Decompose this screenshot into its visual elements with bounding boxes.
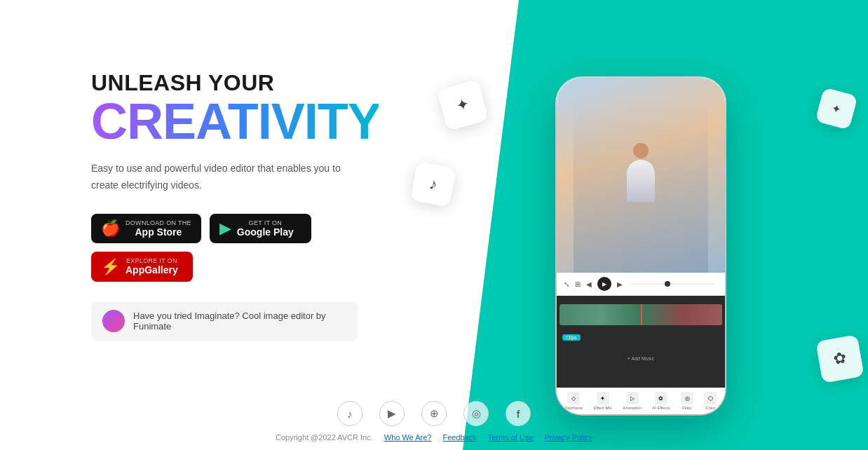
person-head <box>633 143 649 158</box>
phone-mockup: ⊞ ⤡ ⊞ <box>557 78 725 414</box>
video-preview <box>557 78 725 273</box>
video-person <box>574 97 708 273</box>
youtube-icon[interactable]: ▶ <box>379 401 405 426</box>
grid-icon[interactable]: ⊞ <box>575 280 581 288</box>
description: Easy to use and powerful video editor th… <box>91 161 358 194</box>
add-music-label: + Add Music <box>628 356 654 361</box>
headline-line1: UNLEASH YOUR <box>91 70 379 96</box>
person-silhouette <box>620 143 662 227</box>
imaginate-icon <box>102 310 125 332</box>
playback-controls: ⤡ ⊞ ◀ ▶ ▶ <box>557 273 725 296</box>
imaginate-banner[interactable]: Have you tried Imaginate? Cool image edi… <box>91 301 358 341</box>
google-play-button[interactable]: ▶ GET IT ON Google Play <box>210 214 311 244</box>
terms-link[interactable]: Terms of Use <box>488 433 534 442</box>
floating-icon-brush: ✿ <box>815 334 864 383</box>
huawei-icon: ⚡ <box>101 259 120 275</box>
app-gallery-main-text: AppGallery <box>126 264 178 276</box>
floating-icon-sticker: ✦ <box>437 79 488 130</box>
apple-icon: 🍎 <box>101 221 120 236</box>
headline-line2: CREATIVITY <box>91 96 379 146</box>
discord-icon[interactable]: ⊕ <box>421 401 447 426</box>
left-panel: UNLEASH YOUR CREATIVITY Easy to use and … <box>0 56 414 450</box>
tiktok-icon[interactable]: ♪ <box>337 401 362 426</box>
person-body <box>627 160 655 202</box>
app-gallery-small-text: EXPLORE IT ON <box>126 257 178 264</box>
instagram-icon[interactable]: ◎ <box>463 401 489 426</box>
app-store-button[interactable]: 🍎 Download on the App Store <box>91 214 201 244</box>
copyright-text: Copyright @2022 AVCR Inc. <box>276 433 373 442</box>
footer-links: Copyright @2022 AVCR Inc. Who We Are? Fe… <box>276 433 592 442</box>
phone-screen: ⤡ ⊞ ◀ ▶ ▶ Clips <box>557 78 725 414</box>
app-gallery-button[interactable]: ⚡ EXPLORE IT ON AppGallery <box>91 252 193 282</box>
who-we-are-link[interactable]: Who We Are? <box>384 433 432 442</box>
facebook-icon[interactable]: f <box>506 401 531 426</box>
timeline-area: Clips + Add Music <box>557 296 725 388</box>
floating-icon-wand: ✦ <box>815 87 857 130</box>
next-icon[interactable]: ▶ <box>617 280 623 288</box>
app-store-main-text: App Store <box>126 226 191 238</box>
privacy-link[interactable]: Privacy Policy <box>545 433 592 442</box>
right-panel: ✦ ♪ ✦ ✿ ⊞ <box>414 56 868 450</box>
feedback-link[interactable]: Feedback <box>442 433 476 442</box>
timeline-cursor[interactable] <box>641 304 642 325</box>
google-play-small-text: GET IT ON <box>237 219 294 226</box>
play-button[interactable]: ▶ <box>597 277 611 291</box>
google-play-main-text: Google Play <box>237 226 294 238</box>
clips-badge: Clips <box>562 334 581 341</box>
play-icon: ▶ <box>219 221 231 236</box>
expand-icon[interactable]: ⤡ <box>564 280 569 288</box>
store-buttons: 🍎 Download on the App Store ▶ GET IT ON … <box>91 214 379 282</box>
prev-icon[interactable]: ◀ <box>586 280 592 288</box>
app-store-small-text: Download on the <box>126 219 191 226</box>
timeline-strip[interactable] <box>560 304 722 325</box>
social-links: ♪ ▶ ⊕ ◎ f <box>337 401 531 426</box>
floating-icon-music: ♪ <box>411 162 456 207</box>
footer: ♪ ▶ ⊕ ◎ f Copyright @2022 AVCR Inc. Who … <box>0 401 868 450</box>
imaginate-text: Have you tried Imaginate? Cool image edi… <box>133 311 346 332</box>
